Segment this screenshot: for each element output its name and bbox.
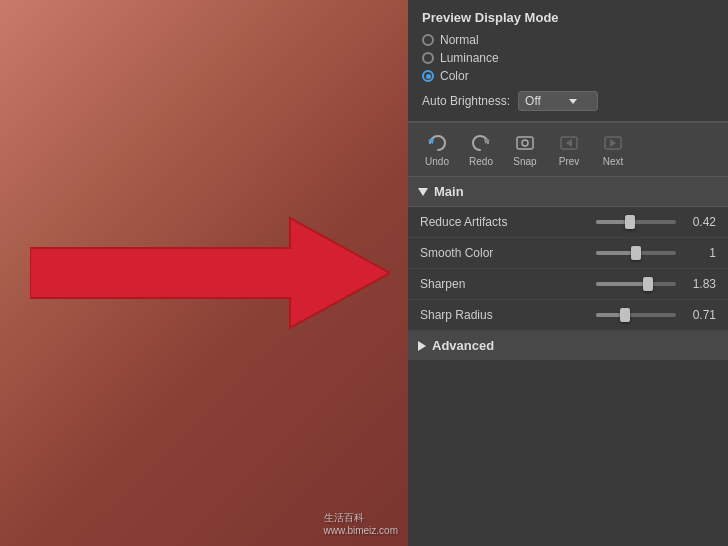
advanced-section[interactable]: Advanced — [408, 331, 728, 360]
snap-icon — [513, 132, 537, 154]
display-mode-section: Preview Display Mode Normal Luminance Co… — [408, 0, 728, 122]
redo-icon — [469, 132, 493, 154]
auto-brightness-row: Auto Brightness: Off — [422, 91, 714, 111]
sharpen-fill — [596, 282, 648, 286]
smooth-color-thumb[interactable] — [631, 246, 641, 260]
arrow-indicator — [30, 213, 390, 333]
watermark: 生活百科 www.bimeiz.com — [324, 511, 398, 536]
redo-button[interactable]: Redo — [462, 129, 500, 170]
adjustments-panel: Main Reduce Artifacts 0.42 Smooth Color … — [408, 177, 728, 546]
undo-icon — [425, 132, 449, 154]
prev-icon — [557, 132, 581, 154]
prev-label: Prev — [559, 156, 580, 167]
snap-button[interactable]: Snap — [506, 129, 544, 170]
sharpen-value: 1.83 — [684, 277, 716, 291]
prev-button[interactable]: Prev — [550, 129, 588, 170]
sharp-radius-label: Sharp Radius — [420, 308, 588, 322]
radio-color-label: Color — [440, 69, 469, 83]
undo-label: Undo — [425, 156, 449, 167]
radio-luminance-circle — [422, 52, 434, 64]
auto-brightness-dropdown[interactable]: Off — [518, 91, 598, 111]
smooth-color-row: Smooth Color 1 — [408, 238, 728, 269]
sharpen-label: Sharpen — [420, 277, 588, 291]
display-mode-title: Preview Display Mode — [422, 10, 714, 25]
dropdown-arrow-icon — [569, 99, 577, 104]
next-label: Next — [603, 156, 624, 167]
next-button[interactable]: Next — [594, 129, 632, 170]
svg-marker-8 — [610, 139, 616, 147]
svg-rect-3 — [517, 137, 533, 149]
reduce-artifacts-row: Reduce Artifacts 0.42 — [408, 207, 728, 238]
sharp-radius-value: 0.71 — [684, 308, 716, 322]
smooth-color-fill — [596, 251, 636, 255]
advanced-label: Advanced — [432, 338, 494, 353]
main-collapse-icon — [418, 188, 428, 196]
radio-luminance[interactable]: Luminance — [422, 51, 714, 65]
main-section-header[interactable]: Main — [408, 177, 728, 207]
svg-marker-0 — [30, 218, 390, 328]
radio-normal[interactable]: Normal — [422, 33, 714, 47]
radio-normal-label: Normal — [440, 33, 479, 47]
snap-label: Snap — [513, 156, 536, 167]
reduce-artifacts-track[interactable] — [596, 220, 676, 224]
radio-color[interactable]: Color — [422, 69, 714, 83]
svg-point-4 — [522, 140, 528, 146]
reduce-artifacts-label: Reduce Artifacts — [420, 215, 588, 229]
smooth-color-track[interactable] — [596, 251, 676, 255]
radio-luminance-label: Luminance — [440, 51, 499, 65]
radio-normal-circle — [422, 34, 434, 46]
auto-brightness-label: Auto Brightness: — [422, 94, 510, 108]
advanced-expand-icon — [418, 341, 426, 351]
undo-button[interactable]: Undo — [418, 129, 456, 170]
radio-group: Normal Luminance Color — [422, 33, 714, 83]
toolbar: Undo Redo Snap — [408, 122, 728, 177]
next-icon — [601, 132, 625, 154]
main-section-label: Main — [434, 184, 464, 199]
sharp-radius-row: Sharp Radius 0.71 — [408, 300, 728, 331]
sharpen-row: Sharpen 1.83 — [408, 269, 728, 300]
svg-marker-6 — [566, 139, 572, 147]
sharpen-thumb[interactable] — [643, 277, 653, 291]
radio-color-circle — [422, 70, 434, 82]
reduce-artifacts-value: 0.42 — [684, 215, 716, 229]
smooth-color-value: 1 — [684, 246, 716, 260]
reduce-artifacts-thumb[interactable] — [625, 215, 635, 229]
smooth-color-label: Smooth Color — [420, 246, 588, 260]
sharp-radius-track[interactable] — [596, 313, 676, 317]
preview-area: 生活百科 www.bimeiz.com — [0, 0, 408, 546]
sharp-radius-thumb[interactable] — [620, 308, 630, 322]
right-panel: Preview Display Mode Normal Luminance Co… — [408, 0, 728, 546]
sharpen-track[interactable] — [596, 282, 676, 286]
redo-label: Redo — [469, 156, 493, 167]
auto-brightness-value: Off — [525, 94, 541, 108]
